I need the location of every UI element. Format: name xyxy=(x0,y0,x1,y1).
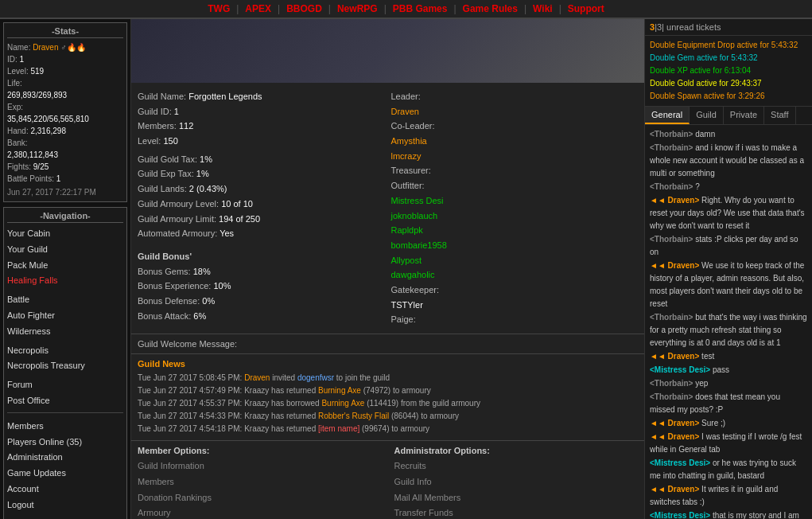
buff-double-equipment: Double Equipment Drop active for 5:43:32 xyxy=(650,39,807,52)
options-section: Member Options: Guild Information Member… xyxy=(131,441,644,519)
nav-necropolis-treasury[interactable]: Necropolis Treasury xyxy=(7,358,123,374)
stat-bp: Battle Points: 1 xyxy=(7,173,123,185)
nav-wiki[interactable]: Wiki xyxy=(526,3,559,14)
nav-account[interactable]: Account xyxy=(7,482,123,498)
guild-bonus: Guild Bonus' Bonus Gems: 18% Bonus Exper… xyxy=(138,249,385,323)
nav-apex[interactable]: APEX xyxy=(239,3,278,14)
nav-group-top: Your Cabin Your Guild Pack Mule Healing … xyxy=(7,226,123,289)
buff-double-gold: Double Gold active for 29:43:37 xyxy=(650,77,807,90)
nav-wilderness[interactable]: Wilderness xyxy=(7,324,123,340)
welcome-section: Guild Welcome Message: xyxy=(131,334,644,354)
stat-life: Life: 269,893/269,893 xyxy=(7,77,123,101)
nav-logout[interactable]: Logout xyxy=(7,498,123,513)
guild-hero-image xyxy=(131,19,644,83)
unread-tickets-header: 3|3| unread tickets xyxy=(645,19,812,36)
chat-message: <Thorbain> stats :P clicks per day and s… xyxy=(650,233,807,259)
news-item-2: Tue Jun 27 2017 4:55:37 PM: Kraazy has b… xyxy=(138,397,638,410)
chat-message: <Thorbain> ? xyxy=(650,181,807,193)
news-title: Guild News xyxy=(138,359,638,369)
chat-tabs: General Guild Private Staff xyxy=(645,107,812,125)
nav-forum[interactable]: Forum xyxy=(7,377,123,393)
news-section: Guild News Tue Jun 27 2017 5:08:45 PM: D… xyxy=(131,354,644,441)
nav-bbogd[interactable]: BBOGD xyxy=(280,3,328,14)
tab-general[interactable]: General xyxy=(645,107,690,124)
member-options-col: Member Options: Guild Information Member… xyxy=(138,446,382,519)
admin-options-col: Administrator Options: Recruits Guild In… xyxy=(394,446,639,519)
nav-support[interactable]: Support xyxy=(561,3,611,14)
nav-game-updates[interactable]: Game Updates xyxy=(7,466,123,482)
nav-pbb[interactable]: PBB Games xyxy=(387,3,454,14)
stat-fights: Fights: 9/25 xyxy=(7,161,123,173)
chat-message: ◄◄ Draven> Right. Why do you want to res… xyxy=(650,194,807,232)
navigation-section: -Navigation- Your Cabin Your Guild Pack … xyxy=(3,207,127,519)
opt-transfer-funds[interactable]: Transfer Funds xyxy=(394,505,639,519)
chat-message: <Thorbain> but that's the way i was thin… xyxy=(650,311,807,349)
chat-message: ◄◄ Draven> I was testing if I wrote /g f… xyxy=(650,431,807,456)
stats-title: -Stats- xyxy=(7,26,123,38)
nav-your-guild[interactable]: Your Guild xyxy=(7,242,123,258)
opt-guild-info[interactable]: Guild Info xyxy=(394,474,639,490)
stat-id: ID: 1 xyxy=(7,53,123,65)
buff-double-spawn: Double Spawn active for 3:29:26 xyxy=(650,90,807,103)
nav-rules[interactable]: Game Rules xyxy=(457,3,524,14)
nav-twg[interactable]: TWG xyxy=(201,3,236,14)
chat-message: <Thorbain> and i know if i was to make a… xyxy=(650,142,807,180)
chat-message: <Thorbain> does that test mean you misse… xyxy=(650,391,807,416)
nav-group-forum: Forum Post Office xyxy=(7,377,123,409)
nav-group-members: Members Players Online (35) Administrati… xyxy=(7,419,123,513)
guild-info-left: Guild Name: Forgotten Legends Guild ID: … xyxy=(138,89,385,327)
chat-message: <Mistress Desi> or he was trying to suck… xyxy=(650,457,807,482)
opt-recruits[interactable]: Recruits xyxy=(394,459,639,474)
nav-players-online[interactable]: Players Online (35) xyxy=(7,435,123,451)
chat-message: <Mistress Desi> pass xyxy=(650,364,807,377)
news-item-3: Tue Jun 27 2017 4:54:33 PM: Kraazy has r… xyxy=(138,410,638,423)
stat-exp: Exp: 35,845,220/56,565,810 xyxy=(7,101,123,125)
chat-message: <Thorbain> yep xyxy=(650,377,807,390)
chat-message: <Thorbain> damn xyxy=(650,128,807,141)
chat-message: ◄◄ Draven> It writes it in guild and swi… xyxy=(650,483,807,509)
stat-level: Level: 519 xyxy=(7,65,123,77)
nav-post-office[interactable]: Post Office xyxy=(7,393,123,409)
guild-info-box: Guild Name: Forgotten Legends Guild ID: … xyxy=(131,83,644,334)
opt-guild-information[interactable]: Guild Information xyxy=(138,459,382,474)
tab-staff[interactable]: Staff xyxy=(764,107,795,124)
chat-message: ◄◄ Draven> We use it to keep track of th… xyxy=(650,260,807,310)
stat-hand: Hand: 2,316,298 xyxy=(7,125,123,137)
nav-healing-falls[interactable]: Healing Falls xyxy=(7,273,123,289)
opt-members[interactable]: Members xyxy=(138,474,382,490)
news-item-1: Tue Jun 27 2017 4:57:49 PM: Kraazy has r… xyxy=(138,384,638,397)
news-item-0: Tue Jun 27 2017 5:08:45 PM: Draven invit… xyxy=(138,372,638,384)
opt-armoury[interactable]: Armoury xyxy=(138,505,382,519)
stat-date: Jun 27, 2017 7:22:17 PM xyxy=(7,186,123,198)
buff-double-gem: Double Gem active for 5:43:32 xyxy=(650,52,807,64)
member-options-title: Member Options: xyxy=(138,446,382,455)
top-navigation: TWG | APEX | BBOGD | NewRPG | PBB Games … xyxy=(0,0,812,19)
guild-info-right: Leader: Draven Co-Leader: Amysthia lmcra… xyxy=(391,89,639,327)
nav-members[interactable]: Members xyxy=(7,419,123,435)
nav-auto-fighter[interactable]: Auto Fighter xyxy=(7,308,123,324)
news-item-4: Tue Jun 27 2017 4:54:18 PM: Kraazy has r… xyxy=(138,423,638,435)
nav-administration[interactable]: Administration xyxy=(7,450,123,466)
tab-private[interactable]: Private xyxy=(724,107,764,124)
chat-messages: <Thorbain> damn<Thorbain> and i know if … xyxy=(645,125,812,519)
nav-newrpg[interactable]: NewRPG xyxy=(331,3,384,14)
active-buffs: Double Equipment Drop active for 5:43:32… xyxy=(645,36,812,107)
nav-group-mid: Battle Auto Fighter Wilderness xyxy=(7,292,123,339)
opt-donation-rankings[interactable]: Donation Rankings xyxy=(138,490,382,506)
nav-necropolis[interactable]: Necropolis xyxy=(7,343,123,359)
chat-message: ◄◄ Draven> test xyxy=(650,350,807,363)
nav-group-necropolis: Necropolis Necropolis Treasury xyxy=(7,343,123,375)
opt-mail-all-members[interactable]: Mail All Members xyxy=(394,490,639,506)
navigation-title: -Navigation- xyxy=(7,211,123,223)
nav-your-cabin[interactable]: Your Cabin xyxy=(7,226,123,242)
tab-guild[interactable]: Guild xyxy=(690,107,724,124)
nav-pack-mule[interactable]: Pack Mule xyxy=(7,258,123,274)
buff-double-xp: Double XP active for 6:13:04 xyxy=(650,64,807,77)
stats-section: -Stats- Name: Draven ♂🔥🔥 ID: 1 Level: 51… xyxy=(3,22,127,202)
chat-message: ◄◄ Draven> Sure ;) xyxy=(650,417,807,430)
stat-name: Name: Draven ♂🔥🔥 xyxy=(7,41,123,53)
admin-options-title: Administrator Options: xyxy=(394,446,639,455)
stat-bank: Bank: 2,380,112,843 xyxy=(7,137,123,161)
chat-message: <Mistress Desi> that is my story and I a… xyxy=(650,509,807,519)
nav-battle[interactable]: Battle xyxy=(7,292,123,308)
